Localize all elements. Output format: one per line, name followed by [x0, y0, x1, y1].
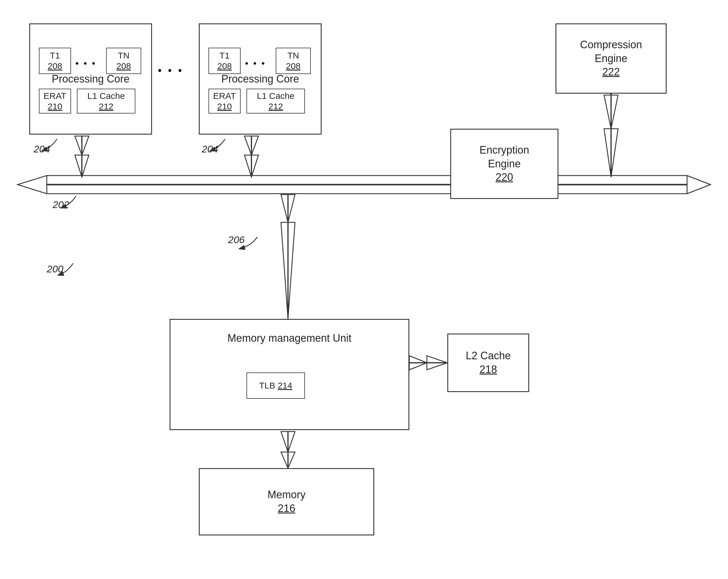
t1-label-1: T1208	[48, 50, 62, 71]
processing-core-1: Processing Core T1208 • • • TN208 ERAT21…	[29, 23, 152, 134]
ref-204-2-arrow	[202, 133, 237, 156]
t1-box-1: T1208	[39, 48, 71, 74]
processing-core-2: Processing Core T1208 • • • TN208 ERAT21…	[199, 23, 321, 134]
tlb-box: TLB 214	[246, 373, 305, 399]
svg-marker-14	[75, 136, 89, 155]
processing-core-1-label: Processing Core	[52, 72, 130, 86]
tn-label-1: TN208	[116, 50, 131, 71]
mmu-box: Memory management Unit TLB 214	[170, 319, 409, 430]
svg-marker-12	[687, 176, 710, 194]
svg-marker-13	[75, 155, 89, 177]
ref-200-arrow	[50, 257, 85, 281]
tlb-label: TLB 214	[259, 380, 292, 391]
encryption-engine-label: EncryptionEngine220	[479, 143, 529, 184]
svg-marker-23	[604, 95, 618, 129]
core-dots: • • •	[158, 65, 184, 77]
svg-marker-22	[604, 129, 618, 177]
l2-cache-box: L2 Cache218	[447, 333, 529, 392]
dots-1: • • •	[75, 58, 96, 69]
svg-marker-33	[281, 452, 295, 468]
svg-marker-30	[427, 356, 447, 370]
erat-label-2: ERAT210	[213, 91, 236, 112]
encryption-engine-box: EncryptionEngine220	[450, 129, 558, 199]
svg-marker-17	[244, 136, 258, 155]
tn-label-2: TN208	[286, 50, 301, 71]
tn-box-2: TN208	[276, 48, 311, 74]
l1cache-label-1: L1 Cache212	[87, 91, 125, 112]
tn-box-1: TN208	[106, 48, 141, 74]
memory-label: Memory216	[267, 488, 306, 515]
svg-marker-11	[18, 176, 47, 194]
svg-marker-31	[409, 356, 427, 370]
processing-core-2-label: Processing Core	[221, 72, 299, 86]
l1cache-box-1: L1 Cache212	[77, 89, 135, 114]
t1-label-2: T1208	[217, 50, 232, 71]
compression-engine-label: CompressionEngine222	[580, 38, 642, 79]
ref-206-arrow	[228, 231, 266, 255]
dots-2: • • •	[245, 58, 266, 69]
compression-engine-box: CompressionEngine222	[555, 23, 667, 94]
svg-marker-34	[281, 431, 295, 452]
svg-marker-16	[244, 155, 258, 177]
l2-cache-label: L2 Cache218	[466, 349, 511, 377]
t1-box-2: T1208	[208, 48, 241, 74]
diagram-container: Processing Core T1208 • • • TN208 ERAT21…	[0, 0, 728, 579]
l1cache-box-2: L1 Cache212	[246, 89, 305, 114]
erat-box-2: ERAT210	[208, 89, 241, 114]
erat-label-1: ERAT210	[44, 91, 67, 112]
erat-box-1: ERAT210	[39, 89, 71, 114]
svg-marker-28	[281, 195, 295, 222]
l1cache-label-2: L1 Cache212	[257, 91, 294, 112]
svg-marker-27	[281, 222, 295, 319]
memory-box: Memory216	[199, 468, 374, 535]
ref-204-1-arrow	[34, 133, 69, 156]
ref-202-arrow	[53, 190, 88, 213]
mmu-label: Memory management Unit	[171, 331, 409, 345]
